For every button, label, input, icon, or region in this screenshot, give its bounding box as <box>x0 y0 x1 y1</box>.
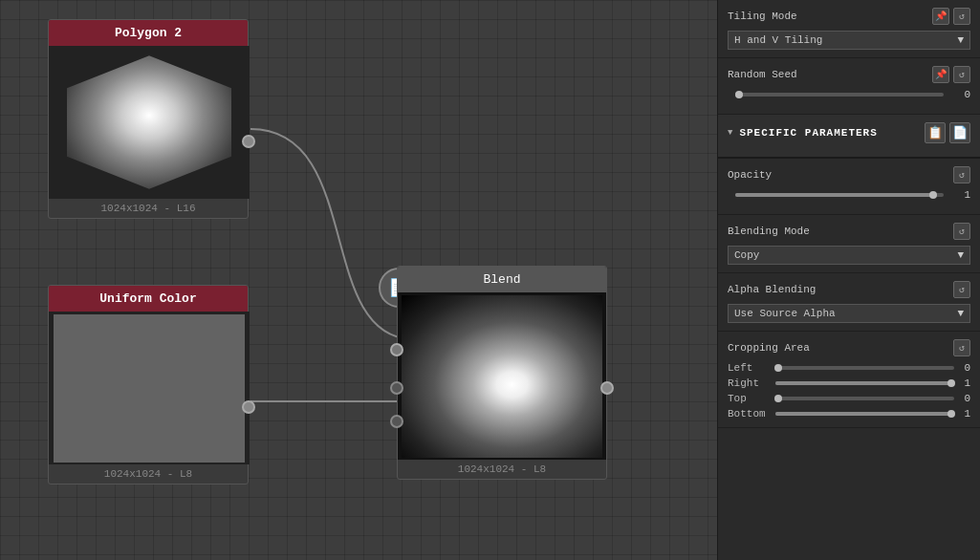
reset-icon: ↺ <box>959 11 965 22</box>
specific-params-icon-2[interactable]: 📄 <box>949 122 970 143</box>
tiling-mode-icons: 📌 ↺ <box>932 8 970 25</box>
pin-icon: 📌 <box>935 11 947 22</box>
node-polygon-preview <box>49 46 250 199</box>
tiling-mode-icon-2[interactable]: ↺ <box>953 8 970 25</box>
specific-params-header-section: ▼ SPECIFIC PARAMETERS 📋 📄 <box>718 115 980 159</box>
blending-mode-label: Blending Mode <box>728 226 810 237</box>
crop-top-label: Top <box>728 393 766 404</box>
blending-reset-icon: ↺ <box>959 226 965 237</box>
alpha-blending-row: Alpha Blending ↺ <box>728 281 970 298</box>
crop-top-slider[interactable] <box>775 396 955 401</box>
crop-right-thumb <box>947 379 955 387</box>
alpha-blending-dropdown[interactable]: Use Source Alpha ▼ <box>728 304 970 323</box>
opacity-track <box>735 193 944 197</box>
crop-bottom-fill <box>775 412 951 416</box>
node-canvas[interactable]: Polygon 2 1024x1024 - L16 Uniform Color … <box>0 0 717 560</box>
node-polygon-size: 1024x1024 - L16 <box>49 199 248 218</box>
random-seed-label: Random Seed <box>728 69 797 80</box>
crop-left-slider[interactable] <box>775 365 955 371</box>
polygon-output-port[interactable] <box>242 135 255 148</box>
tiling-mode-value: H and V Tiling <box>734 34 822 46</box>
random-seed-icon-1[interactable]: 📌 <box>932 66 949 83</box>
node-blend-size: 1024x1024 - L8 <box>398 460 606 479</box>
seed-pin-icon: 📌 <box>935 69 947 80</box>
blending-mode-row: Blending Mode ↺ <box>728 223 970 240</box>
crop-top-value: 0 <box>964 393 970 404</box>
blending-dropdown-arrow-icon: ▼ <box>957 249 964 261</box>
opacity-slider-row: 1 <box>728 189 970 201</box>
crop-reset-icon: ↺ <box>959 342 965 354</box>
cropping-area-icon[interactable]: ↺ <box>953 339 970 356</box>
alpha-blending-label: Alpha Blending <box>728 284 816 295</box>
random-seed-thumb <box>735 91 743 98</box>
blending-mode-section: Blending Mode ↺ Copy ▼ <box>718 215 980 273</box>
alpha-dropdown-arrow-icon: ▼ <box>957 308 964 319</box>
tiling-mode-icon-1[interactable]: 📌 <box>932 8 949 25</box>
specific-params-header: ▼ SPECIFIC PARAMETERS 📋 📄 <box>728 122 970 143</box>
specific-params-title: ▼ SPECIFIC PARAMETERS <box>728 127 878 139</box>
section-collapse-icon[interactable]: ▼ <box>728 128 733 138</box>
random-seed-section: Random Seed 📌 ↺ 0 <box>718 58 980 115</box>
blend-output-port[interactable] <box>600 381 614 395</box>
opacity-reset-icon: ↺ <box>959 169 965 181</box>
specific-params-icons: 📋 📄 <box>925 122 970 143</box>
random-seed-icon-2[interactable]: ↺ <box>953 66 970 83</box>
node-blend-header: Blend <box>398 267 606 292</box>
cropping-grid: Left 0 Right 1 Top <box>728 362 970 420</box>
random-seed-row: Random Seed 📌 ↺ <box>728 66 970 83</box>
uniform-output-port[interactable] <box>242 400 255 414</box>
opacity-fill <box>735 193 933 197</box>
random-seed-track <box>735 93 944 97</box>
crop-left-label: Left <box>728 362 766 374</box>
cropping-area-label: Cropping Area <box>728 342 810 354</box>
blend-input-port-2[interactable] <box>390 381 403 395</box>
crop-right-fill <box>775 381 951 385</box>
crop-right-track <box>775 381 955 385</box>
cropping-area-header-row: Cropping Area ↺ <box>728 339 970 356</box>
crop-top-track <box>775 397 955 400</box>
specific-params-label: SPECIFIC PARAMETERS <box>739 127 877 139</box>
specific-params-icon-1[interactable]: 📋 <box>925 122 946 143</box>
dropdown-arrow-icon: ▼ <box>957 34 964 46</box>
node-blend-preview <box>398 292 606 460</box>
opacity-label: Opacity <box>728 169 772 181</box>
crop-left-value: 0 <box>964 362 970 374</box>
tiling-mode-row: Tiling Mode 📌 ↺ <box>728 8 970 25</box>
node-uniform: Uniform Color 1024x1024 - L8 <box>48 285 249 485</box>
crop-right-label: Right <box>728 377 766 389</box>
alpha-blending-section: Alpha Blending ↺ Use Source Alpha ▼ <box>718 273 980 332</box>
opacity-section: Opacity ↺ 1 <box>718 159 980 215</box>
seed-reset-icon: ↺ <box>959 69 965 80</box>
node-uniform-preview <box>49 312 250 464</box>
blending-mode-dropdown[interactable]: Copy ▼ <box>728 246 970 265</box>
blend-input-port-1[interactable] <box>390 343 403 356</box>
cropping-area-section: Cropping Area ↺ Left 0 Right 1 <box>718 332 980 428</box>
opacity-row: Opacity ↺ <box>728 166 970 183</box>
random-seed-icons: 📌 ↺ <box>932 66 970 83</box>
blend-input-port-3[interactable] <box>390 415 403 428</box>
opacity-thumb <box>929 191 937 199</box>
node-blend: Blend 1024x1024 - L8 <box>397 266 607 480</box>
crop-bottom-label: Bottom <box>728 408 766 420</box>
uniform-preview-image <box>54 314 245 463</box>
opacity-slider[interactable] <box>735 192 944 198</box>
crop-top-thumb <box>774 395 782 402</box>
tiling-mode-label: Tiling Mode <box>728 11 797 22</box>
crop-right-slider[interactable] <box>775 380 955 386</box>
tiling-mode-dropdown[interactable]: H and V Tiling ▼ <box>728 31 970 50</box>
node-polygon-header: Polygon 2 <box>49 20 248 46</box>
crop-right-value: 1 <box>964 377 970 389</box>
opacity-icon[interactable]: ↺ <box>953 166 970 183</box>
node-uniform-header: Uniform Color <box>49 286 248 312</box>
crop-bottom-slider[interactable] <box>775 411 955 417</box>
alpha-blending-value: Use Source Alpha <box>734 308 836 319</box>
node-polygon: Polygon 2 1024x1024 - L16 <box>48 19 249 219</box>
blending-mode-icon[interactable]: ↺ <box>953 223 970 240</box>
random-seed-slider[interactable] <box>735 92 944 97</box>
node-uniform-size: 1024x1024 - L8 <box>49 464 248 484</box>
alpha-blending-icon[interactable]: ↺ <box>953 281 970 298</box>
random-seed-slider-row: 0 <box>728 89 970 100</box>
blending-mode-value: Copy <box>734 249 759 261</box>
blend-preview-image <box>402 295 602 458</box>
polygon-preview-image <box>54 49 245 197</box>
